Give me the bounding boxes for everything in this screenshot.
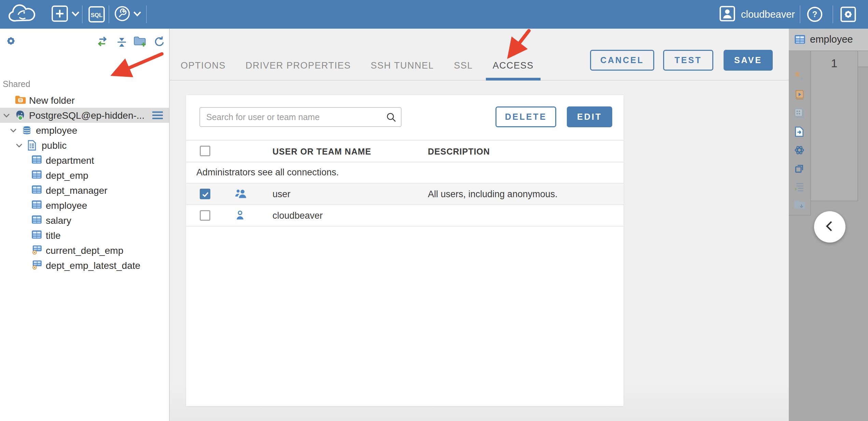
access-panel: DELETE EDIT USER OR TEAM NAME DESCRIPTIO…	[186, 95, 624, 406]
gear-icon	[840, 6, 856, 23]
row-checkbox[interactable]	[200, 210, 210, 221]
log-list-icon[interactable]	[794, 181, 805, 194]
tree-item-public[interactable]: public	[0, 138, 169, 153]
test-button[interactable]: TEST	[663, 50, 713, 71]
table-icon	[794, 34, 806, 46]
tree-item-employee[interactable]: employee	[0, 123, 169, 138]
delete-button[interactable]: DELETE	[495, 106, 556, 127]
user-avatar-icon	[719, 5, 736, 23]
data-editor-panel: employee 1	[789, 29, 868, 421]
table-icon	[31, 170, 42, 180]
grid-row-number-column: 1	[811, 51, 858, 201]
tab-ssl[interactable]: SSL	[447, 60, 480, 80]
explorer-tree: New folderPostgreSQL@ep-hidden-...employ…	[0, 29, 169, 421]
column-header-description: DESCRIPTION	[428, 147, 490, 157]
grid-row-number: 1	[811, 57, 857, 70]
chevron-down-icon[interactable]	[10, 128, 17, 134]
driver-manager-button[interactable]	[114, 0, 142, 29]
chevron-down-icon[interactable]	[3, 113, 10, 119]
tree-item-employee[interactable]: employee	[0, 198, 169, 213]
chevron-down-icon	[71, 11, 80, 18]
tree-item-label: PostgreSQL@ep-hidden-...	[29, 110, 144, 121]
tree-item-dept-emp-latest-date[interactable]: dept_emp_latest_date	[0, 258, 169, 273]
admin-note-row: Administrators see all connections.	[186, 162, 624, 184]
tree-item-new-folder[interactable]: New folder	[0, 93, 169, 108]
tree-item-label: title	[46, 230, 61, 241]
row-menu-icon[interactable]	[152, 111, 163, 121]
table-icon	[31, 215, 42, 226]
help-button[interactable]: ?	[807, 0, 823, 29]
search-input[interactable]	[206, 108, 380, 126]
topbar-divider	[109, 5, 109, 23]
tree-item-label: dept_emp	[46, 170, 88, 181]
tree-item-postgresql-ep-hidden[interactable]: PostgreSQL@ep-hidden-...	[0, 108, 169, 123]
collapse-panel-button[interactable]	[814, 211, 845, 243]
user-menu[interactable]: cloudbeaver	[719, 0, 795, 29]
data-editor-toolbar	[789, 51, 811, 216]
new-connection-button[interactable]	[51, 0, 80, 29]
import-folder-icon[interactable]	[794, 200, 806, 211]
script-run-icon[interactable]	[794, 89, 805, 102]
view-icon	[31, 245, 42, 256]
chevron-down-icon[interactable]	[16, 143, 23, 149]
user-name-label: cloudbeaver	[741, 9, 795, 20]
tab-options[interactable]: OPTIONS	[174, 60, 233, 80]
cancel-button[interactable]: CANCEL	[590, 50, 654, 71]
chevron-left-icon	[823, 219, 837, 235]
row-name: cloudbeaver	[272, 210, 323, 221]
search-icon[interactable]	[386, 112, 397, 124]
settings-button[interactable]	[840, 0, 856, 29]
tree-item-department[interactable]: department	[0, 153, 169, 168]
tree-item-salary[interactable]: salary	[0, 213, 169, 228]
plus-icon	[51, 5, 68, 24]
tree-item-label: current_dept_emp	[46, 245, 123, 256]
admin-note-text: Administrators see all connections.	[196, 167, 339, 178]
main-content: OPTIONSDRIVER PROPERTIESSSH TUNNELSSLACC…	[170, 29, 789, 421]
tree-item-label: dept_manager	[46, 185, 108, 196]
user-icon	[235, 210, 246, 222]
tree-item-label: employee	[46, 200, 87, 211]
cloudbeaver-logo-icon[interactable]	[8, 0, 36, 29]
tab-driver-properties[interactable]: DRIVER PROPERTIES	[239, 60, 358, 80]
access-table-header: USER OR TEAM NAME DESCRIPTION	[186, 140, 624, 162]
duplicate-icon[interactable]	[794, 163, 805, 176]
app-root: SQL cloudbeave	[0, 0, 868, 421]
sql-editor-button[interactable]: SQL	[88, 0, 105, 29]
tree-item-current-dept-emp[interactable]: current_dept_emp	[0, 243, 169, 258]
tree-item-label: employee	[36, 125, 77, 136]
topbar-divider	[146, 5, 147, 23]
database-icon	[22, 125, 32, 137]
topbar-divider	[832, 5, 833, 23]
folder-db-icon	[15, 95, 26, 106]
view-icon	[31, 260, 42, 271]
sql-icon: SQL	[88, 6, 105, 23]
tree-item-label: dept_emp_latest_date	[46, 260, 140, 271]
svg-text:?: ?	[812, 10, 817, 19]
tab-ssh-tunnel[interactable]: SSH TUNNEL	[364, 60, 441, 80]
access-row-user[interactable]: userAll users, including anonymous.	[186, 184, 624, 205]
navigator-sidebar: Shared New folderPostgreSQL@ep-hidden-..…	[0, 29, 170, 421]
tree-item-label: department	[46, 155, 94, 166]
schema-icon	[27, 140, 37, 152]
bookmark-add-icon[interactable]	[794, 71, 805, 84]
export-data-icon[interactable]	[794, 126, 805, 139]
row-checkbox[interactable]	[200, 189, 210, 199]
select-all-checkbox[interactable]	[200, 146, 210, 156]
save-button[interactable]: SAVE	[724, 50, 773, 71]
tree-item-dept-emp[interactable]: dept_emp	[0, 168, 169, 183]
help-icon: ?	[807, 6, 823, 23]
tab-access[interactable]: ACCESS	[486, 60, 541, 80]
access-row-cloudbeaver[interactable]: cloudbeaver	[186, 205, 624, 227]
table-icon	[31, 155, 42, 165]
edit-button[interactable]: EDIT	[567, 106, 612, 127]
tree-item-title[interactable]: title	[0, 228, 169, 243]
top-bar: SQL cloudbeave	[0, 0, 868, 29]
ai-assistant-icon[interactable]	[794, 144, 805, 157]
tree-item-dept-manager[interactable]: dept_manager	[0, 183, 169, 198]
grid-form-icon[interactable]	[794, 107, 805, 120]
column-header-name: USER OR TEAM NAME	[272, 147, 371, 157]
grid-header-corner	[858, 51, 868, 67]
access-table-body: Administrators see all connections. user…	[186, 162, 624, 227]
tab-employee[interactable]: employee	[789, 29, 868, 51]
table-icon	[31, 200, 42, 210]
